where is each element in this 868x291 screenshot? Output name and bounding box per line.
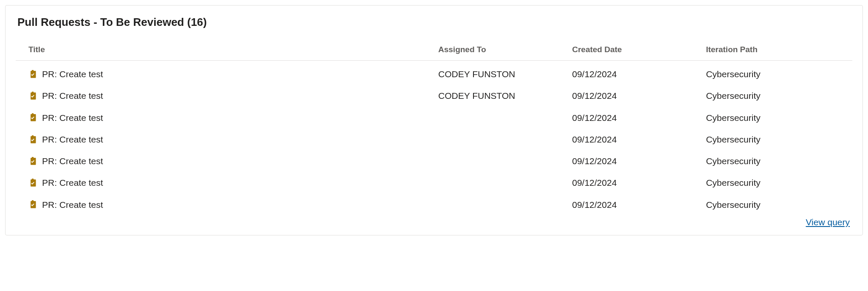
- cell-created-date: 09/12/2024: [568, 194, 702, 215]
- table-row[interactable]: PR: Create testCODEY FUNSTON09/12/2024Cy…: [16, 61, 852, 85]
- clipboard-check-icon: [28, 70, 37, 78]
- cell-created-date: 09/12/2024: [568, 61, 702, 85]
- cell-assigned-to[interactable]: [434, 150, 568, 172]
- table-row[interactable]: PR: Create testCODEY FUNSTON09/12/2024Cy…: [16, 85, 852, 106]
- work-items-table: Title Assigned To Created Date Iteration…: [16, 41, 852, 215]
- clipboard-check-icon: [28, 200, 37, 209]
- cell-title[interactable]: PR: Create test: [16, 85, 434, 106]
- table-row[interactable]: PR: Create test09/12/2024Cybersecurity: [16, 172, 852, 193]
- cell-assigned-to[interactable]: [434, 129, 568, 150]
- clipboard-check-icon: [28, 157, 37, 165]
- cell-created-date: 09/12/2024: [568, 129, 702, 150]
- title-text: PR: Create test: [42, 155, 103, 167]
- col-header-iteration-path[interactable]: Iteration Path: [702, 41, 852, 61]
- view-query-link[interactable]: View query: [806, 217, 850, 227]
- table-row[interactable]: PR: Create test09/12/2024Cybersecurity: [16, 194, 852, 215]
- title-text: PR: Create test: [42, 68, 103, 80]
- col-header-assigned[interactable]: Assigned To: [434, 41, 568, 61]
- col-header-title[interactable]: Title: [16, 41, 434, 61]
- cell-iteration-path: Cybersecurity: [702, 107, 852, 129]
- cell-title[interactable]: PR: Create test: [16, 150, 434, 172]
- table-row[interactable]: PR: Create test09/12/2024Cybersecurity: [16, 129, 852, 150]
- table-header-row: Title Assigned To Created Date Iteration…: [16, 41, 852, 61]
- cell-title[interactable]: PR: Create test: [16, 129, 434, 150]
- cell-created-date: 09/12/2024: [568, 85, 702, 106]
- clipboard-check-icon: [28, 113, 37, 122]
- cell-title[interactable]: PR: Create test: [16, 172, 434, 193]
- panel-footer: View query: [16, 217, 852, 227]
- pull-requests-panel: Pull Requests - To Be Reviewed (16) Titl…: [5, 5, 863, 235]
- cell-assigned-to[interactable]: [434, 194, 568, 215]
- cell-iteration-path: Cybersecurity: [702, 61, 852, 85]
- cell-title[interactable]: PR: Create test: [16, 61, 434, 85]
- cell-created-date: 09/12/2024: [568, 172, 702, 193]
- cell-iteration-path: Cybersecurity: [702, 150, 852, 172]
- cell-title[interactable]: PR: Create test: [16, 107, 434, 129]
- cell-created-date: 09/12/2024: [568, 107, 702, 129]
- cell-assigned-to[interactable]: CODEY FUNSTON: [434, 61, 568, 85]
- cell-assigned-to[interactable]: [434, 172, 568, 193]
- cell-iteration-path: Cybersecurity: [702, 172, 852, 193]
- title-text: PR: Create test: [42, 199, 103, 210]
- clipboard-check-icon: [28, 179, 37, 187]
- cell-iteration-path: Cybersecurity: [702, 85, 852, 106]
- clipboard-check-icon: [28, 92, 37, 100]
- cell-assigned-to[interactable]: [434, 107, 568, 129]
- cell-created-date: 09/12/2024: [568, 150, 702, 172]
- title-text: PR: Create test: [42, 112, 103, 123]
- table-row[interactable]: PR: Create test09/12/2024Cybersecurity: [16, 107, 852, 129]
- col-header-created-date[interactable]: Created Date: [568, 41, 702, 61]
- panel-title: Pull Requests - To Be Reviewed (16): [16, 16, 852, 29]
- cell-iteration-path: Cybersecurity: [702, 194, 852, 215]
- title-text: PR: Create test: [42, 90, 103, 101]
- cell-assigned-to[interactable]: CODEY FUNSTON: [434, 85, 568, 106]
- cell-title[interactable]: PR: Create test: [16, 194, 434, 215]
- title-text: PR: Create test: [42, 134, 103, 145]
- cell-iteration-path: Cybersecurity: [702, 129, 852, 150]
- table-row[interactable]: PR: Create test09/12/2024Cybersecurity: [16, 150, 852, 172]
- title-text: PR: Create test: [42, 177, 103, 188]
- clipboard-check-icon: [28, 135, 37, 144]
